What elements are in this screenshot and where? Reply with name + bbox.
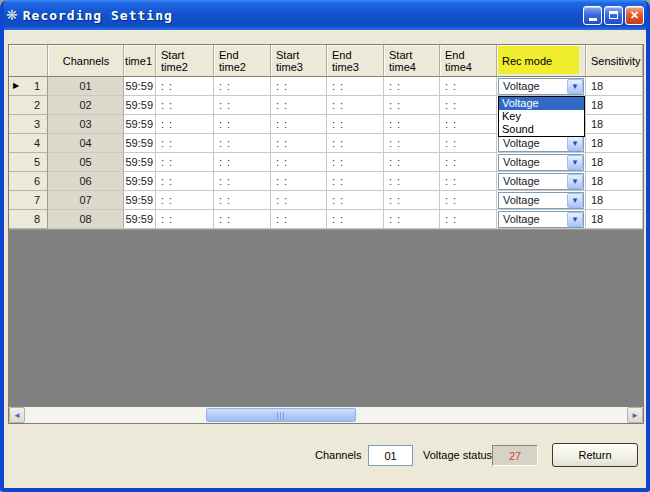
cell-time-empty[interactable]: : :: [384, 172, 440, 191]
titlebar[interactable]: ❋ Recording Setting ✕: [0, 0, 650, 30]
row-selector[interactable]: 2: [9, 96, 48, 115]
cell-time-empty[interactable]: : :: [327, 115, 384, 134]
cell-time-empty[interactable]: : :: [156, 96, 214, 115]
close-button[interactable]: ✕: [625, 6, 644, 25]
cell-time-empty[interactable]: : :: [214, 134, 271, 153]
column-header-rec-mode[interactable]: Rec mode: [497, 45, 586, 77]
row-selector[interactable]: 8: [9, 210, 48, 229]
cell-end-time1[interactable]: 59:59: [124, 191, 156, 210]
cell-time-empty[interactable]: : :: [156, 153, 214, 172]
cell-time-empty[interactable]: : :: [214, 172, 271, 191]
cell-time-empty[interactable]: : :: [327, 96, 384, 115]
cell-end-time1[interactable]: 59:59: [124, 172, 156, 191]
cell-time-empty[interactable]: : :: [327, 191, 384, 210]
cell-time-empty[interactable]: : :: [440, 115, 497, 134]
combo-dropdown-button[interactable]: ▾: [567, 174, 583, 189]
return-button[interactable]: Return: [552, 443, 638, 467]
column-header-sensitivity[interactable]: Sensitivity: [586, 45, 643, 77]
cell-time-empty[interactable]: : :: [440, 153, 497, 172]
cell-time-empty[interactable]: : :: [271, 134, 327, 153]
cell-rec-mode[interactable]: Voltage▾: [497, 191, 586, 210]
cell-end-time1[interactable]: 59:59: [124, 210, 156, 229]
cell-sensitivity[interactable]: 18: [586, 210, 643, 229]
row-selector[interactable]: 7: [9, 191, 48, 210]
cell-time-empty[interactable]: : :: [156, 115, 214, 134]
minimize-button[interactable]: [583, 6, 602, 25]
rec-mode-combobox[interactable]: Voltage▾: [498, 211, 584, 228]
cell-time-empty[interactable]: : :: [214, 210, 271, 229]
scrollbar-thumb[interactable]: [206, 408, 356, 422]
cell-time-empty[interactable]: : :: [214, 77, 271, 96]
column-header-start-time4[interactable]: Start time4: [384, 45, 440, 77]
cell-time-empty[interactable]: : :: [327, 210, 384, 229]
cell-time-empty[interactable]: : :: [327, 153, 384, 172]
cell-end-time1[interactable]: 59:59: [124, 115, 156, 134]
cell-time-empty[interactable]: : :: [384, 210, 440, 229]
cell-sensitivity[interactable]: 18: [586, 115, 643, 134]
cell-channel[interactable]: 02: [48, 96, 124, 115]
channels-input[interactable]: [368, 445, 413, 466]
cell-time-empty[interactable]: : :: [384, 115, 440, 134]
rec-mode-combobox[interactable]: Voltage▾: [498, 135, 584, 152]
rec-mode-combobox[interactable]: Voltage▾: [498, 154, 584, 171]
cell-channel[interactable]: 07: [48, 191, 124, 210]
column-header-end-time2[interactable]: End time2: [214, 45, 271, 77]
maximize-button[interactable]: [604, 6, 623, 25]
cell-end-time1[interactable]: 59:59: [124, 153, 156, 172]
combo-dropdown-button[interactable]: ▾: [567, 155, 583, 170]
cell-channel[interactable]: 04: [48, 134, 124, 153]
row-selector[interactable]: 1▶: [9, 77, 48, 96]
column-header-start-time3[interactable]: Start time3: [271, 45, 327, 77]
cell-sensitivity[interactable]: 18: [586, 191, 643, 210]
rec-mode-combobox[interactable]: Voltage▾: [498, 78, 584, 95]
cell-time-empty[interactable]: : :: [271, 210, 327, 229]
cell-time-empty[interactable]: : :: [214, 96, 271, 115]
row-selector[interactable]: 4: [9, 134, 48, 153]
cell-time-empty[interactable]: : :: [384, 77, 440, 96]
cell-time-empty[interactable]: : :: [440, 96, 497, 115]
rec-mode-combobox[interactable]: Voltage▾: [498, 192, 584, 209]
cell-time-empty[interactable]: : :: [156, 77, 214, 96]
cell-time-empty[interactable]: : :: [440, 210, 497, 229]
cell-time-empty[interactable]: : :: [271, 191, 327, 210]
cell-sensitivity[interactable]: 18: [586, 96, 643, 115]
dropdown-option-sound[interactable]: Sound: [499, 123, 584, 136]
combo-dropdown-button[interactable]: ▾: [567, 212, 583, 227]
scroll-left-button[interactable]: ◄: [9, 407, 25, 423]
cell-time-empty[interactable]: : :: [271, 77, 327, 96]
column-header-end-time3[interactable]: End time3: [327, 45, 384, 77]
cell-time-empty[interactable]: : :: [384, 153, 440, 172]
cell-time-empty[interactable]: : :: [384, 96, 440, 115]
cell-end-time1[interactable]: 59:59: [124, 77, 156, 96]
cell-channel[interactable]: 06: [48, 172, 124, 191]
cell-time-empty[interactable]: : :: [384, 134, 440, 153]
cell-time-empty[interactable]: : :: [214, 153, 271, 172]
scroll-right-button[interactable]: ►: [627, 407, 643, 423]
cell-time-empty[interactable]: : :: [271, 172, 327, 191]
column-header-end-time4[interactable]: End time4: [440, 45, 497, 77]
row-selector[interactable]: 6: [9, 172, 48, 191]
column-header-end-time1[interactable]: End time1: [124, 45, 156, 77]
cell-sensitivity[interactable]: 18: [586, 172, 643, 191]
cell-rec-mode[interactable]: Voltage▾: [497, 210, 586, 229]
cell-time-empty[interactable]: : :: [327, 77, 384, 96]
cell-rec-mode[interactable]: Voltage▾: [497, 77, 586, 96]
cell-time-empty[interactable]: : :: [156, 191, 214, 210]
cell-time-empty[interactable]: : :: [384, 191, 440, 210]
cell-time-empty[interactable]: : :: [271, 153, 327, 172]
cell-time-empty[interactable]: : :: [156, 210, 214, 229]
horizontal-scrollbar[interactable]: ◄ ►: [9, 407, 643, 423]
rec-mode-combobox[interactable]: Voltage▾: [498, 173, 584, 190]
row-selector[interactable]: 5: [9, 153, 48, 172]
column-header-channels[interactable]: Channels: [48, 45, 124, 77]
cell-time-empty[interactable]: : :: [440, 172, 497, 191]
dropdown-option-voltage[interactable]: Voltage: [499, 97, 584, 110]
cell-channel[interactable]: 01: [48, 77, 124, 96]
column-header-row-selector[interactable]: [9, 45, 48, 77]
cell-sensitivity[interactable]: 18: [586, 153, 643, 172]
cell-end-time1[interactable]: 59:59: [124, 96, 156, 115]
combo-dropdown-button[interactable]: ▾: [567, 136, 583, 151]
cell-rec-mode[interactable]: Voltage▾: [497, 172, 586, 191]
cell-time-empty[interactable]: : :: [214, 115, 271, 134]
cell-channel[interactable]: 03: [48, 115, 124, 134]
